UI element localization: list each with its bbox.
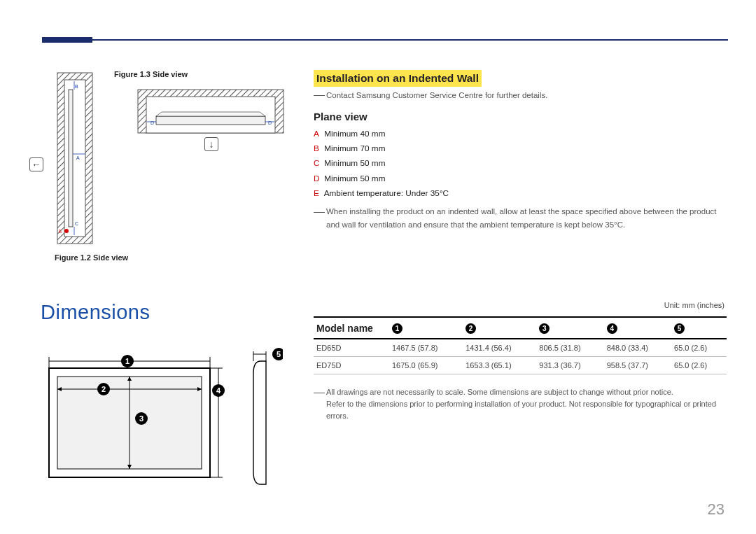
table-row: ED75D 1675.0 (65.9) 1653.3 (65.1) 931.3 …: [314, 357, 727, 374]
svg-text:B: B: [75, 84, 78, 89]
svg-text:5: 5: [276, 350, 281, 358]
svg-text:C: C: [75, 221, 78, 226]
note-contact-text: Contact Samsung Customer Service Centre …: [326, 91, 547, 99]
svg-marker-16: [156, 112, 265, 116]
circled-3: 3: [135, 412, 148, 425]
figure-1-3-caption: Figure 1.3 Side view: [114, 70, 188, 78]
cell-model: ED75D: [314, 357, 389, 374]
circled-2: 2: [97, 383, 110, 395]
note-ventilation-text: When installing the product on an indent…: [326, 207, 716, 228]
svg-text:3: 3: [139, 414, 144, 423]
cell-model: ED65D: [314, 339, 389, 357]
kv-key-c: C: [314, 156, 322, 171]
cell-4: 848.0 (33.4): [604, 339, 671, 357]
svg-text:E: E: [59, 229, 62, 234]
kv-val-c: Minimum 50 mm: [324, 158, 385, 168]
kv-row-c: C Minimum 50 mm: [314, 156, 723, 171]
dimensions-notes: All drawings are not necessarily to scal…: [314, 386, 727, 422]
section-heading-highlight: Installation on an Indented Wall: [314, 70, 482, 87]
note-scale: All drawings are not necessarily to scal…: [314, 386, 727, 398]
th-model: Model name: [314, 317, 389, 339]
th-3: 3: [536, 317, 603, 339]
svg-rect-4: [69, 90, 73, 227]
arrow-left-icon: ←: [29, 157, 43, 171]
kv-row-b: B Minimum 70 mm: [314, 141, 723, 156]
circled-4: 4: [212, 384, 225, 397]
svg-text:D: D: [150, 120, 154, 125]
kv-key-a: A: [314, 127, 322, 141]
kv-row-d: D Minimum 50 mm: [314, 171, 723, 186]
svg-text:D: D: [268, 120, 272, 125]
kv-val-b: Minimum 70 mm: [324, 143, 385, 153]
svg-text:1: 1: [125, 357, 130, 365]
kv-row-e: E Ambient temperature: Under 35°C: [314, 186, 723, 201]
note-refer: Refer to the dimensions prior to perform…: [314, 398, 727, 422]
cell-1: 1467.5 (57.8): [389, 339, 463, 357]
kv-key-b: B: [314, 141, 322, 156]
unit-label: Unit: mm (inches): [664, 301, 724, 309]
kv-val-e: Ambient temperature: Under 35°C: [324, 188, 449, 198]
figure-1-2-caption: Figure 1.2 Side view: [55, 253, 128, 262]
cell-3: 931.3 (36.7): [536, 357, 603, 374]
svg-text:A: A: [76, 155, 80, 160]
table-header-row: Model name 1 2 3 4 5: [314, 317, 727, 339]
note-refer-text: Refer to the dimensions prior to perform…: [326, 400, 716, 420]
dimensions-table: Model name 1 2 3 4 5 ED65D 1467.5 (57.8)…: [314, 316, 727, 374]
th-4: 4: [604, 317, 671, 339]
header-rule-accent: [42, 37, 92, 43]
figure-1-2-diagram: B A C E: [55, 70, 95, 246]
dimension-kv-list: A Minimum 40 mm B Minimum 70 mm C Minimu…: [314, 127, 723, 201]
kv-row-a: A Minimum 40 mm: [314, 127, 723, 141]
kv-val-a: Minimum 40 mm: [324, 129, 385, 139]
page-number: 23: [708, 500, 724, 519]
svg-rect-15: [156, 116, 265, 125]
plane-view-heading: Plane view: [314, 111, 723, 122]
note-contact: Contact Samsung Customer Service Centre …: [314, 91, 723, 99]
note-ventilation: When installing the product on an indent…: [314, 205, 723, 231]
cell-4: 958.5 (37.7): [604, 357, 671, 374]
header-rule: [42, 39, 728, 41]
cell-5: 65.0 (2.6): [671, 339, 727, 357]
cell-2: 1431.4 (56.4): [463, 339, 536, 357]
page: Figure 1.3 Side view B A C E Figure 1.2 …: [0, 0, 756, 534]
cell-5: 65.0 (2.6): [671, 357, 727, 374]
svg-point-8: [64, 229, 69, 233]
note-scale-text: All drawings are not necessarily to scal…: [326, 388, 673, 396]
svg-rect-3: [64, 80, 85, 237]
kv-key-e: E: [314, 186, 322, 201]
th-2: 2: [463, 317, 536, 339]
circled-5: 5: [272, 348, 283, 360]
kv-val-d: Minimum 50 mm: [324, 174, 385, 183]
circled-1: 1: [121, 355, 134, 367]
installation-section: Installation on an Indented Wall Contact…: [314, 70, 723, 231]
th-1: 1: [389, 317, 463, 339]
dimensions-heading: Dimensions: [41, 301, 150, 324]
dimensions-diagram: 1 2 3 4 5: [42, 346, 283, 486]
cell-1: 1675.0 (65.9): [389, 357, 463, 374]
svg-text:2: 2: [102, 385, 106, 393]
kv-key-d: D: [314, 171, 322, 186]
cell-2: 1653.3 (65.1): [463, 357, 536, 374]
svg-text:4: 4: [216, 386, 221, 395]
table-row: ED65D 1467.5 (57.8) 1431.4 (56.4) 806.5 …: [314, 339, 727, 357]
arrow-down-icon: ↓: [204, 137, 218, 151]
th-5: 5: [671, 317, 727, 339]
cell-3: 806.5 (31.8): [536, 339, 603, 357]
